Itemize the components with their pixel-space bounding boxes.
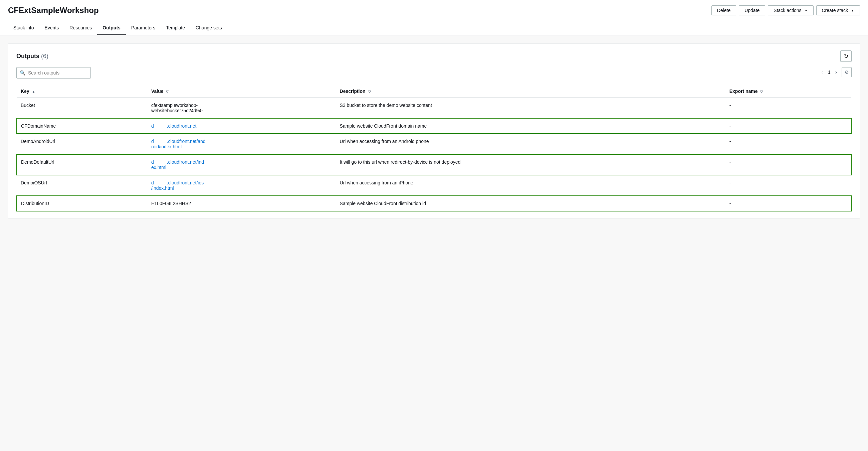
refresh-button[interactable]: ↻	[840, 51, 851, 62]
row-description: It will go to this url when redirect-by-…	[336, 154, 725, 175]
stack-actions-caret-icon: ▼	[805, 9, 808, 12]
table-row: DemoAndroidUrl d .cloudfront.net/android…	[17, 133, 851, 154]
stack-actions-button[interactable]: Stack actions ▼	[768, 5, 813, 16]
page-header: CFExtSampleWorkshop Delete Update Stack …	[0, 0, 868, 21]
row-export-name: -	[725, 133, 851, 154]
row-key: CFDomainName	[17, 118, 147, 133]
row-description: Url when accessing from an Android phone	[336, 133, 725, 154]
cf-domain-link[interactable]: d .cloudfront.net	[151, 123, 196, 129]
row-key: DemoDefaultUrl	[17, 154, 147, 175]
settings-icon: ⚙	[845, 69, 849, 75]
tab-stack-info[interactable]: Stack info	[8, 21, 39, 35]
refresh-icon: ↻	[844, 53, 848, 59]
search-pagination-row: 🔍 ‹ 1 › ⚙	[17, 67, 851, 84]
table-header-row: Key ▲ Value ▽ Description ▽ Export name …	[17, 85, 851, 97]
row-value: E1L0F04L2SHHS2	[147, 196, 336, 211]
panel-title-container: Outputs (6)	[17, 53, 49, 60]
table-row: DistributionID E1L0F04L2SHHS2 Sample web…	[17, 196, 851, 211]
tab-resources[interactable]: Resources	[64, 21, 97, 35]
row-export-name: -	[725, 175, 851, 196]
row-value: d .cloudfront.net	[147, 118, 336, 133]
android-url-link[interactable]: d .cloudfront.net/android/index.html	[151, 139, 206, 149]
row-key: DistributionID	[17, 196, 147, 211]
tab-outputs[interactable]: Outputs	[97, 21, 126, 35]
tab-change-sets[interactable]: Change sets	[190, 21, 227, 35]
create-stack-caret-icon: ▼	[851, 9, 854, 12]
tab-parameters[interactable]: Parameters	[126, 21, 161, 35]
tab-bar: Stack info Events Resources Outputs Para…	[0, 21, 868, 35]
description-sort-icon[interactable]: ▽	[368, 90, 371, 94]
row-export-name: -	[725, 118, 851, 133]
outputs-panel: Outputs (6) ↻ 🔍 ‹ 1 › ⚙	[8, 43, 860, 218]
col-key: Key ▲	[17, 85, 147, 97]
create-stack-button[interactable]: Create stack ▼	[816, 5, 860, 16]
page-title: CFExtSampleWorkshop	[8, 6, 99, 15]
delete-button[interactable]: Delete	[711, 5, 736, 16]
row-key: DemoAndroidUrl	[17, 133, 147, 154]
panel-header: Outputs (6) ↻	[17, 51, 851, 62]
table-row: DemoDefaultUrl d .cloudfront.net/index.h…	[17, 154, 851, 175]
page-number: 1	[828, 69, 831, 75]
outputs-table: Key ▲ Value ▽ Description ▽ Export name …	[17, 85, 851, 211]
search-icon: 🔍	[20, 70, 25, 76]
header-actions: Delete Update Stack actions ▼ Create sta…	[711, 5, 860, 16]
tab-template[interactable]: Template	[161, 21, 190, 35]
tab-events[interactable]: Events	[39, 21, 64, 35]
col-value: Value ▽	[147, 85, 336, 97]
row-value: cfextsampleworkshop-websitebucket75c24d9…	[147, 97, 336, 118]
prev-page-button[interactable]: ‹	[819, 68, 825, 76]
export-sort-icon[interactable]: ▽	[760, 90, 763, 94]
row-value: d .cloudfront.net/android/index.html	[147, 133, 336, 154]
row-description: S3 bucket to store the demo website cont…	[336, 97, 725, 118]
ios-url-link[interactable]: d .cloudfront.net/ios/index.html	[151, 180, 204, 191]
default-url-link[interactable]: d .cloudfront.net/index.html	[151, 159, 204, 170]
row-key: DemoiOSUrl	[17, 175, 147, 196]
table-row: Bucket cfextsampleworkshop-websitebucket…	[17, 97, 851, 118]
update-button[interactable]: Update	[739, 5, 765, 16]
row-value: d .cloudfront.net/index.html	[147, 154, 336, 175]
search-bar-container: 🔍	[17, 67, 91, 79]
col-description: Description ▽	[336, 85, 725, 97]
table-settings-button[interactable]: ⚙	[842, 67, 851, 77]
row-key: Bucket	[17, 97, 147, 118]
col-export-name: Export name ▽	[725, 85, 851, 97]
row-export-name: -	[725, 154, 851, 175]
search-input[interactable]	[17, 67, 91, 79]
row-value: d .cloudfront.net/ios/index.html	[147, 175, 336, 196]
row-description: Url when accessing from an iPhone	[336, 175, 725, 196]
pagination-controls: ‹ 1 › ⚙	[819, 67, 851, 77]
row-export-name: -	[725, 196, 851, 211]
table-row: DemoiOSUrl d .cloudfront.net/ios/index.h…	[17, 175, 851, 196]
row-export-name: -	[725, 97, 851, 118]
table-row: CFDomainName d .cloudfront.net Sample we…	[17, 118, 851, 133]
row-description: Sample website CloudFront distribution i…	[336, 196, 725, 211]
outputs-count: (6)	[41, 53, 49, 59]
key-sort-icon[interactable]: ▲	[32, 90, 35, 94]
value-sort-icon[interactable]: ▽	[166, 90, 168, 94]
main-content: Outputs (6) ↻ 🔍 ‹ 1 › ⚙	[0, 35, 868, 446]
next-page-button[interactable]: ›	[833, 68, 839, 76]
panel-title: Outputs (6)	[17, 53, 49, 59]
row-description: Sample website CloudFront domain name	[336, 118, 725, 133]
